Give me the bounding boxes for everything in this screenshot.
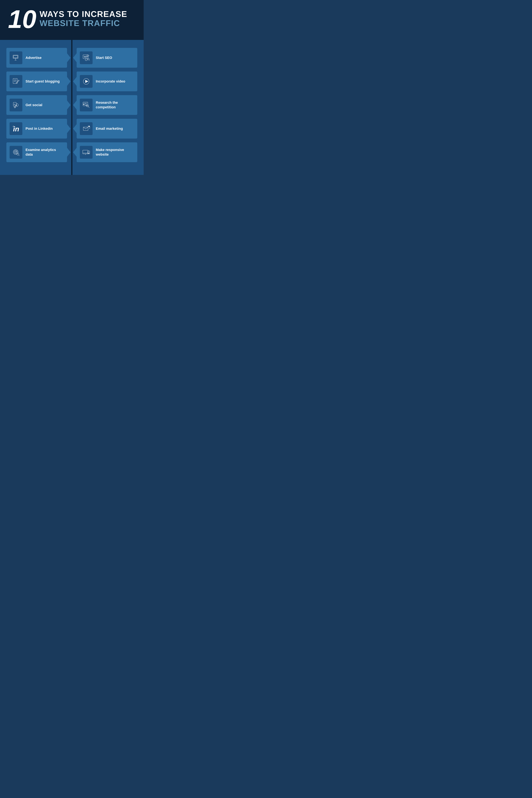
svg-rect-3	[14, 56, 18, 58]
svg-text:#: #	[14, 103, 15, 105]
research-icon: % +	[80, 99, 93, 111]
linkedin-icon: in	[10, 122, 22, 135]
card-examine-analytics: Examine analytics data	[6, 142, 67, 162]
card-guest-blogging: Start guest blogging	[6, 72, 67, 91]
card-label-research-competition: Research the competition	[96, 100, 134, 110]
card-label-guest-blogging: Start guest blogging	[25, 79, 60, 84]
responsive-icon	[80, 146, 93, 159]
footer-space	[0, 175, 144, 185]
svg-point-7	[85, 59, 87, 61]
card-research-competition: % + Research the competition	[77, 95, 137, 115]
analytics-icon	[10, 146, 22, 159]
svg-point-35	[17, 153, 19, 155]
card-make-responsive: Make responsive website	[77, 142, 137, 162]
svg-line-13	[19, 80, 19, 81]
cards-grid: Advertise SEO Start SEO Start guest blog…	[6, 48, 137, 162]
svg-point-42	[89, 153, 89, 154]
header-line2: WEBSITE TRAFFIC	[40, 19, 127, 28]
card-start-seo: SEO Start SEO	[77, 48, 137, 68]
card-label-incorporate-video: Incorporate video	[96, 79, 125, 84]
header-line1: WAYS TO INCREASE	[40, 10, 127, 19]
header-number: 10	[8, 6, 36, 32]
card-incorporate-video: Incorporate video	[77, 72, 137, 91]
video-icon	[80, 75, 93, 88]
svg-text:+: +	[87, 105, 88, 107]
header-text: WAYS TO INCREASE WEBSITE TRAFFIC	[40, 6, 127, 28]
svg-line-26	[88, 107, 89, 108]
card-get-social: # Get social	[6, 95, 67, 115]
seo-icon: SEO	[80, 51, 93, 64]
svg-rect-37	[83, 150, 88, 154]
svg-marker-15	[86, 80, 88, 83]
blogging-icon	[10, 75, 22, 88]
card-advertise: Advertise	[6, 48, 67, 68]
card-label-get-social: Get social	[25, 103, 42, 108]
card-label-advertise: Advertise	[25, 56, 41, 60]
card-label-start-seo: Start SEO	[96, 56, 112, 60]
social-icon: #	[10, 99, 22, 111]
card-label-make-responsive: Make responsive website	[96, 148, 134, 157]
header: 10 WAYS TO INCREASE WEBSITE TRAFFIC	[0, 0, 144, 40]
email-icon	[80, 122, 93, 135]
header-title: 10 WAYS TO INCREASE WEBSITE TRAFFIC	[8, 6, 136, 32]
card-label-email-marketing: Email marketing	[96, 127, 123, 131]
card-email-marketing: Email marketing	[77, 119, 137, 138]
card-label-post-linkedin: Post in Linkedin	[25, 127, 53, 131]
svg-line-36	[19, 155, 19, 156]
card-label-examine-analytics: Examine analytics data	[25, 148, 64, 157]
svg-rect-9	[13, 78, 17, 83]
card-post-linkedin: in Post in Linkedin	[6, 119, 67, 138]
content-area: Advertise SEO Start SEO Start guest blog…	[0, 40, 144, 175]
svg-text:%: %	[83, 104, 84, 105]
billboard-icon	[10, 51, 22, 64]
